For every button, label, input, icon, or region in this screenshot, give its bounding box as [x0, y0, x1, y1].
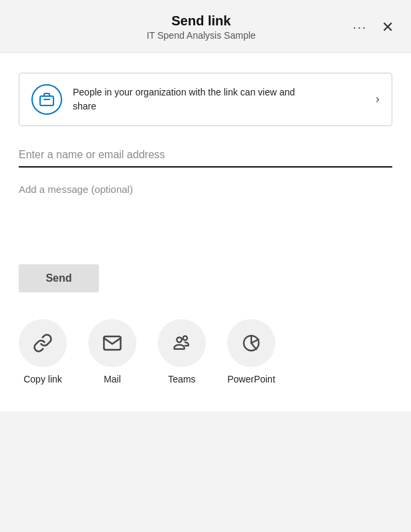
mail-label: Mail	[104, 374, 121, 384]
permission-icon-circle	[31, 84, 62, 115]
dialog-title: Send link	[53, 12, 349, 29]
copy-link-icon	[33, 333, 53, 353]
copy-link-label: Copy link	[23, 374, 62, 384]
svg-rect-0	[40, 96, 53, 105]
send-link-dialog: Send link IT Spend Analysis Sample ··· ✕	[0, 0, 411, 411]
share-options-row: Copy link Mail	[19, 319, 392, 398]
teams-icon-circle	[158, 319, 206, 367]
permission-selector[interactable]: People in your organization with the lin…	[19, 73, 392, 126]
more-options-button[interactable]: ···	[349, 19, 371, 36]
powerpoint-button[interactable]: PowerPoint	[227, 319, 275, 384]
dialog-content: People in your organization with the lin…	[0, 53, 411, 411]
header-title-group: Send link IT Spend Analysis Sample	[53, 12, 349, 43]
mail-button[interactable]: Mail	[88, 319, 136, 384]
dialog-subtitle: IT Spend Analysis Sample	[53, 29, 349, 43]
powerpoint-icon-circle	[227, 319, 275, 367]
teams-label: Teams	[168, 374, 195, 384]
svg-point-3	[183, 336, 187, 340]
teams-button[interactable]: Teams	[158, 319, 206, 384]
email-input[interactable]	[19, 146, 392, 164]
powerpoint-label: PowerPoint	[227, 374, 275, 384]
email-input-section	[19, 146, 392, 168]
close-button[interactable]: ✕	[378, 17, 398, 37]
chevron-right-icon: ›	[376, 92, 380, 106]
dialog-header: Send link IT Spend Analysis Sample ··· ✕	[0, 0, 411, 53]
svg-point-4	[177, 337, 182, 342]
briefcase-icon	[39, 91, 55, 107]
powerpoint-icon	[241, 333, 261, 353]
permission-left: People in your organization with the lin…	[31, 84, 300, 115]
message-label: Add a message (optional)	[19, 184, 392, 195]
send-button[interactable]: Send	[19, 264, 99, 292]
copy-link-button[interactable]: Copy link	[19, 319, 67, 384]
message-textarea[interactable]	[19, 200, 392, 240]
permission-text: People in your organization with the lin…	[73, 85, 300, 113]
copy-link-icon-circle	[19, 319, 67, 367]
mail-icon-circle	[88, 319, 136, 367]
message-section: Add a message (optional)	[19, 184, 392, 243]
header-actions: ··· ✕	[349, 17, 398, 37]
teams-icon	[172, 333, 192, 353]
mail-icon	[102, 333, 122, 353]
